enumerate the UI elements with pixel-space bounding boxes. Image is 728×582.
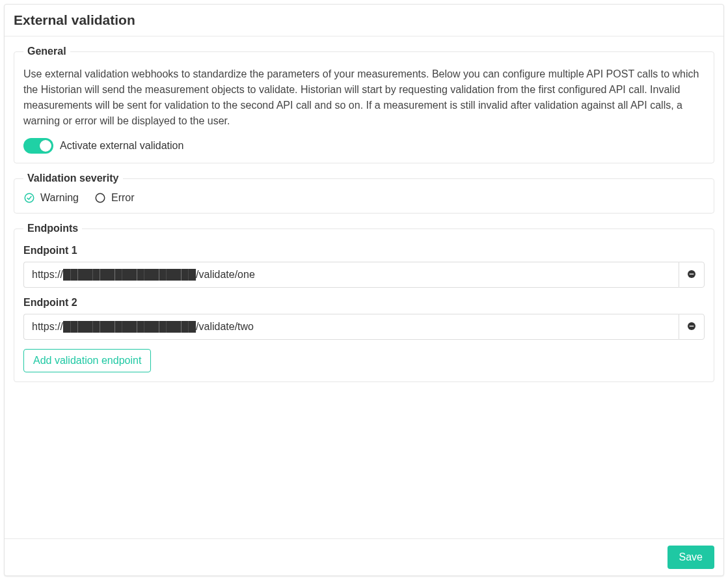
severity-warning-label: Warning — [40, 192, 79, 204]
section-severity-legend: Validation severity — [23, 173, 123, 184]
endpoint-1-remove-button[interactable] — [679, 262, 705, 288]
general-description: Use external validation webhooks to stan… — [23, 66, 705, 129]
svg-point-1 — [96, 193, 105, 202]
page-title: External validation — [14, 12, 714, 28]
endpoint-block-1: Endpoint 1 — [23, 245, 705, 288]
svg-point-0 — [25, 193, 34, 202]
section-general-legend: General — [23, 46, 70, 57]
section-endpoints: Endpoints Endpoint 1 — [14, 223, 714, 382]
radio-unchecked-icon — [94, 192, 106, 204]
add-endpoint-button[interactable]: Add validation endpoint — [23, 349, 151, 372]
activate-toggle-row: Activate external validation — [23, 138, 705, 154]
severity-radio-group: Warning Error — [23, 192, 705, 204]
activate-toggle-label: Activate external validation — [60, 140, 183, 152]
minus-circle-icon — [686, 321, 697, 333]
endpoint-1-input[interactable] — [23, 262, 679, 288]
svg-rect-5 — [690, 326, 694, 326]
endpoint-2-remove-button[interactable] — [679, 314, 705, 340]
endpoint-block-2: Endpoint 2 — [23, 297, 705, 340]
endpoint-2-label: Endpoint 2 — [23, 297, 705, 309]
radio-checked-icon — [23, 192, 35, 204]
severity-option-warning[interactable]: Warning — [23, 192, 79, 204]
external-validation-panel: External validation General Use external… — [4, 4, 724, 576]
severity-option-error[interactable]: Error — [94, 192, 135, 204]
section-endpoints-legend: Endpoints — [23, 223, 82, 234]
section-general: General Use external validation webhooks… — [14, 46, 714, 163]
activate-toggle[interactable] — [23, 138, 53, 154]
svg-rect-3 — [690, 273, 694, 274]
toggle-slider — [23, 138, 53, 154]
endpoint-2-row — [23, 314, 705, 340]
panel-header: External validation — [5, 5, 723, 36]
endpoint-1-row — [23, 262, 705, 288]
endpoint-2-input[interactable] — [23, 314, 679, 340]
minus-circle-icon — [686, 269, 697, 281]
severity-error-label: Error — [111, 192, 135, 204]
save-button[interactable]: Save — [667, 546, 714, 569]
panel-footer: Save — [5, 538, 723, 575]
section-severity: Validation severity Warning — [14, 173, 714, 214]
endpoint-1-label: Endpoint 1 — [23, 245, 705, 256]
panel-body: General Use external validation webhooks… — [5, 36, 723, 538]
